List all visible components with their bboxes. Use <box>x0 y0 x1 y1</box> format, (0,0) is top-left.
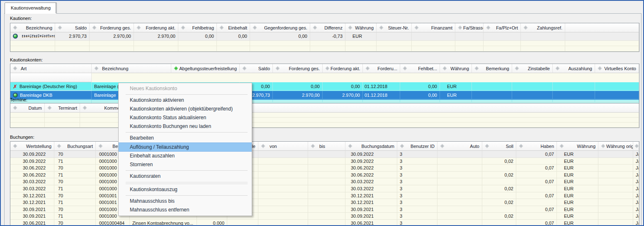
menu-item-kautionskontoauszug[interactable]: Kautionskontoauszug <box>119 185 252 194</box>
column-header-fehlbetrag[interactable]: Fehlbetrag <box>178 23 217 32</box>
menu-item-auflösung-teilauszahlung[interactable]: Auflösung / Teilauszahlung <box>119 142 252 152</box>
table-row[interactable]: 30.09.202270000100030.09.202230,07EURJa <box>10 151 639 158</box>
table-row[interactable]: 30.06.202270000100030.06.202230,07EURJa <box>10 165 639 172</box>
menu-item-kautionskonto-aktivieren[interactable]: Kautionskonto aktivieren <box>119 96 252 105</box>
column-header-währung-orig[interactable]: Währung orig. <box>598 142 633 151</box>
cell: 71 <box>54 158 96 165</box>
cell <box>308 199 345 206</box>
column-header-bezeichnung[interactable]: Bezeichnung <box>92 64 171 73</box>
cell <box>258 172 308 179</box>
table-row[interactable]: Bareinlage DKBBareinlage 2.970,732.970,0… <box>10 91 639 100</box>
diamond-icon <box>601 144 605 148</box>
column-header-label: Abgeltungssteuerfreistellung <box>179 66 237 71</box>
column-header-saldo[interactable]: Saldo <box>240 64 273 73</box>
menu-item-neues-kautionskonto[interactable]: Neues Kautionskonto <box>119 84 252 93</box>
table-row[interactable]: 30.09.202170000100030.09.202130,07EURJa <box>10 206 639 213</box>
column-header-soll[interactable]: Soll <box>482 142 516 151</box>
column-header-forderung-ges[interactable]: Forderung ges. <box>90 23 134 32</box>
column-header-label: Fehlbetrag <box>192 25 214 30</box>
table-row[interactable]: 30.12.202170000100130.12.202130,07EURJa <box>10 192 639 199</box>
cell <box>227 220 258 226</box>
menu-item-kautionskonto-buchungen-neu-laden[interactable]: Kautionskonto Buchungen neu laden <box>119 122 252 131</box>
column-header-datum[interactable]: Datum <box>10 103 45 113</box>
column-header-forderung-ges[interactable]: Forderung ges. <box>273 64 323 73</box>
cell: 3 <box>397 178 437 185</box>
menu-item-kautionsraten[interactable]: Kautionsraten <box>119 172 252 181</box>
column-header-auto[interactable]: Auto <box>437 142 482 151</box>
cell: 3 <box>397 206 437 213</box>
column-header-von[interactable]: von <box>258 142 308 151</box>
menu-item-stornieren[interactable]: Stornieren <box>119 160 252 169</box>
table-row[interactable]: 2.970,732.970,002.970,000,000,000,00-0,7… <box>10 32 639 41</box>
tab-kautionsverwaltung[interactable]: Kautionsverwaltung <box>5 2 57 14</box>
cell: 0,02 <box>482 213 516 220</box>
column-header-zinstabelle[interactable]: Zinstabelle <box>512 64 553 73</box>
cell: 30.06.2021 <box>345 220 397 226</box>
cell <box>308 213 345 220</box>
cell <box>308 220 345 226</box>
column-header-fa-plz-ort[interactable]: Fa/Plz+Ort <box>484 23 521 32</box>
column-header-bemerkung[interactable]: Bemerkung <box>472 64 512 73</box>
column-header-gegenforderung-ges[interactable]: Gegenforderung ges. <box>250 23 310 32</box>
column-header-forderu[interactable]: Forderu... <box>363 64 400 73</box>
column-header-saldo[interactable]: Saldo <box>55 23 90 32</box>
column-header-finanzamt[interactable]: Finanzamt <box>412 23 455 32</box>
column-header-haben[interactable]: Haben <box>516 142 557 151</box>
cell <box>595 91 639 99</box>
column-header-zahlungsref[interactable]: Zahlungsref. <box>521 23 565 32</box>
column-header-buchungsart[interactable]: Buchungsart <box>54 142 96 151</box>
column-header-abgeltungssteuerfreistellung[interactable]: Abgeltungssteuerfreistellung <box>171 64 240 73</box>
column-header-benutzer-id[interactable]: Benutzer ID <box>397 142 437 151</box>
diamond-icon <box>326 66 330 71</box>
menu-item-einbehalt-auszahlen[interactable]: Einbehalt auszahlen <box>119 152 252 160</box>
column-header-buchungsdatum[interactable]: Buchungsdatum <box>345 142 397 151</box>
diamond-icon <box>348 144 352 148</box>
menu-item-kautionskonto-status-aktualisieren[interactable]: Kautionskonto Status aktualisieren <box>119 113 252 122</box>
column-header-währung[interactable]: Währung <box>440 64 472 73</box>
table-row[interactable]: ✗Bareinlage (Deutscher Ring)Bareinlage (… <box>10 82 639 91</box>
column-header-label: Wertstellung <box>26 144 51 149</box>
column-header-währung[interactable]: Währung <box>557 142 598 151</box>
table-row[interactable]: 30.12.202171000100130.12.202130,02EURJa <box>10 199 639 206</box>
table-row[interactable]: 30.09.202271000100030.09.202230,02EURJa <box>10 158 639 165</box>
column-header-blank[interactable] <box>633 142 639 151</box>
cell: Ja <box>633 213 639 220</box>
diamond-icon <box>556 66 560 71</box>
column-header-forderung-akt[interactable]: Forderung akt. <box>323 64 363 73</box>
column-header-art[interactable]: Art <box>10 64 92 73</box>
column-header-virtuelles-konto[interactable]: Virtuelles Konto <box>595 64 639 73</box>
cell: Ja <box>633 206 639 213</box>
column-header-fa-strasse[interactable]: Fa/Strasse <box>455 23 484 32</box>
column-header-einbehalt[interactable]: Einbehalt <box>217 23 250 32</box>
cell: 3 <box>397 165 437 172</box>
diamond-icon <box>276 66 280 71</box>
context-menu: Neues KautionskontoKautionskonto aktivie… <box>118 83 252 216</box>
menu-item-bearbeiten[interactable]: Bearbeiten <box>119 134 252 142</box>
table-row[interactable]: 30.03.202271000100030.03.202230,02EURJa <box>10 185 639 192</box>
column-header-währung[interactable]: Währung <box>345 23 377 32</box>
cell: 0,07 <box>516 151 557 158</box>
cell: 3 <box>397 213 437 220</box>
cell <box>437 185 482 192</box>
menu-item-mahnausschluss-bis[interactable]: Mahnausschluss bis <box>119 197 252 206</box>
table-row[interactable]: 30.03.202270000100030.03.202230,07EURJa <box>10 178 639 185</box>
table-row[interactable]: 30.06.2021700001000484Zinsen Kontoabrech… <box>10 220 639 226</box>
column-header-differenz[interactable]: Differenz <box>310 23 345 32</box>
column-header-auszahlung[interactable]: Auszahlung <box>553 64 595 73</box>
menu-item-kautionskonten-aktivieren-objektübergreifend[interactable]: Kautionskonten aktivieren (objektübergre… <box>119 105 252 113</box>
column-header-bezeichnung[interactable]: Bezeichnung <box>10 23 55 32</box>
column-header-terminart[interactable]: Terminart <box>45 103 80 113</box>
column-header-label: Auszahlung <box>569 66 593 71</box>
table-row[interactable]: 30.09.202171000100030.09.202130,02EURJa <box>10 213 639 220</box>
cell <box>482 220 516 226</box>
column-header-wertstellung[interactable]: Wertstellung <box>10 142 54 151</box>
column-header-forderung-akt[interactable]: Forderung akt. <box>134 23 178 32</box>
menu-item-mahnausschluss-entfernen[interactable]: Mahnausschluss entfernen <box>119 206 252 214</box>
column-header-bis[interactable]: bis <box>308 142 345 151</box>
empty-row <box>10 46 639 52</box>
table-row[interactable]: 30.06.202271000100030.06.202230,02EURJa <box>10 172 639 179</box>
cell: 0.000 <box>197 220 227 226</box>
column-header-steuer-nr[interactable]: Steuer-Nr. <box>377 23 412 32</box>
cell <box>437 206 482 213</box>
column-header-fehlbet[interactable]: Fehlbet... <box>400 64 440 73</box>
